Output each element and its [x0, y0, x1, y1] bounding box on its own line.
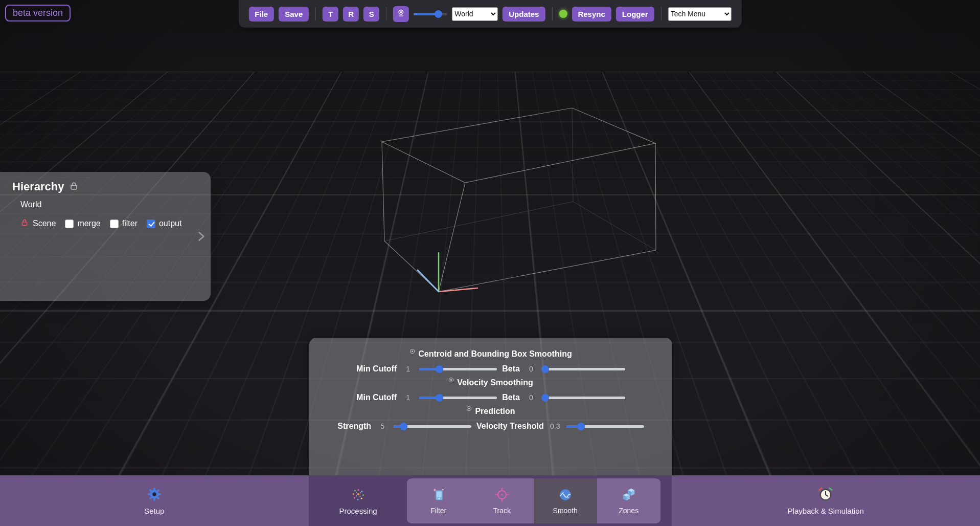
- min-cutoff-slider[interactable]: [419, 394, 497, 402]
- resync-button[interactable]: Resync: [572, 7, 611, 21]
- app-root: beta version File Save T R S World Up: [0, 0, 980, 526]
- save-button[interactable]: Save: [279, 7, 309, 21]
- camera-button[interactable]: [393, 6, 409, 22]
- slider-handle[interactable]: [541, 365, 549, 373]
- gear-icon: [147, 487, 162, 503]
- nav-label-playback: Playback & Simulation: [788, 507, 864, 515]
- nav-item-processing[interactable]: Processing: [332, 475, 384, 526]
- min-cutoff-slider[interactable]: [419, 365, 497, 373]
- toolbar-separator: [315, 7, 316, 20]
- camera-zoom-slider[interactable]: [414, 10, 447, 18]
- beta-slider[interactable]: [542, 365, 625, 373]
- tab-label-filter: Filter: [430, 507, 446, 514]
- slider-value: 1: [402, 365, 414, 373]
- axis-x-red: [439, 288, 477, 292]
- slider-value: 1: [402, 393, 414, 402]
- nav-label-processing: Processing: [339, 507, 377, 515]
- processing-tab-group: Filter Track: [407, 478, 660, 523]
- updates-button[interactable]: Updates: [503, 7, 545, 21]
- slider-handle[interactable]: [435, 10, 442, 18]
- tab-label-zones: Zones: [619, 507, 639, 514]
- section-bullet-icon: [466, 404, 472, 413]
- toolbar-separator: [552, 7, 552, 20]
- slider-label: Min Cutoff: [356, 393, 397, 402]
- bounding-box-hidden-edges: [384, 108, 656, 250]
- beta-slider[interactable]: [542, 394, 625, 402]
- tab-label-smooth: Smooth: [553, 507, 578, 514]
- tree-node-scene[interactable]: Scene: [33, 219, 56, 228]
- merge-checkbox[interactable]: [65, 220, 74, 228]
- slider-value: 5: [376, 422, 389, 430]
- bottom-nav-bar: Setup: [0, 475, 980, 526]
- tech-menu-select[interactable]: Tech Menu: [668, 7, 732, 21]
- section-title: Prediction: [475, 407, 515, 416]
- slider-handle[interactable]: [400, 423, 407, 430]
- slider-handle[interactable]: [436, 365, 443, 373]
- slider-handle[interactable]: [436, 394, 443, 402]
- tab-zones[interactable]: Zones: [597, 478, 660, 523]
- scale-mode-button[interactable]: S: [363, 7, 379, 21]
- rotate-mode-button[interactable]: R: [343, 7, 359, 21]
- scene-lock-icon[interactable]: [20, 218, 29, 229]
- nav-item-setup[interactable]: Setup: [137, 475, 171, 526]
- lock-icon[interactable]: [69, 181, 79, 193]
- tree-node-world[interactable]: World: [20, 200, 211, 209]
- toolbar-separator: [661, 7, 662, 20]
- hierarchy-title: Hierarchy: [12, 180, 64, 193]
- crosshair-icon: [494, 487, 510, 504]
- slider-value: 0: [525, 393, 537, 402]
- slider-handle[interactable]: [541, 394, 549, 402]
- velocity-threshold-slider[interactable]: [566, 423, 644, 430]
- slider-track: [542, 368, 625, 370]
- beta-version-badge: beta version: [5, 5, 71, 21]
- section-bullet-icon: [448, 376, 454, 385]
- tab-label-track: Track: [493, 507, 510, 514]
- axis-z-blue: [418, 270, 439, 292]
- particle-burst-icon: [351, 487, 366, 503]
- section-title: Velocity Smoothing: [457, 378, 533, 387]
- top-toolbar: File Save T R S World Updates Resy: [238, 0, 741, 28]
- hierarchy-panel: Hierarchy World Scene merge: [0, 172, 211, 301]
- output-checkbox-label: output: [159, 219, 181, 228]
- strength-slider[interactable]: [394, 423, 471, 430]
- toolbar-separator: [386, 7, 386, 20]
- processing-strip: Processing Filter: [309, 475, 672, 526]
- section-title: Centroid and Bounding Box Smoothing: [418, 349, 572, 359]
- tab-filter[interactable]: Filter: [407, 478, 470, 523]
- tab-track[interactable]: Track: [470, 478, 534, 523]
- chevron-right-icon[interactable]: [194, 230, 208, 245]
- tab-smooth[interactable]: Smooth: [534, 478, 597, 523]
- world-select[interactable]: World: [452, 7, 498, 21]
- slider-value: 0.3: [549, 422, 561, 430]
- file-button[interactable]: File: [248, 7, 274, 21]
- slider-label: Strength: [337, 422, 371, 431]
- slider-value: 0: [525, 365, 537, 373]
- slider-label: Velocity Treshold: [476, 422, 544, 431]
- output-checkbox[interactable]: [147, 220, 155, 228]
- nav-item-playback[interactable]: Playback & Simulation: [781, 475, 871, 526]
- clock-icon: [818, 487, 833, 503]
- slider-track: [542, 397, 625, 399]
- slider-label: Min Cutoff: [356, 364, 397, 374]
- translate-mode-button[interactable]: T: [323, 7, 338, 21]
- wave-sphere-icon: [558, 487, 573, 504]
- filter-checkbox-label: filter: [122, 219, 138, 228]
- nav-label-setup: Setup: [144, 507, 164, 515]
- smoothing-settings-panel: Centroid and Bounding Box Smoothing Min …: [309, 338, 672, 475]
- webcam-icon: [397, 9, 405, 19]
- merge-checkbox-label: merge: [77, 219, 100, 228]
- bounding-box-edges: [382, 108, 656, 292]
- section-bullet-icon: [409, 347, 415, 356]
- slider-label: Beta: [502, 393, 520, 402]
- logger-button[interactable]: Logger: [616, 7, 654, 21]
- cubes-icon: [621, 487, 636, 504]
- connection-status-icon: [559, 10, 567, 18]
- filter-card-icon: [431, 487, 446, 504]
- slider-handle[interactable]: [577, 423, 585, 430]
- filter-checkbox[interactable]: [110, 220, 119, 228]
- slider-label: Beta: [502, 364, 520, 374]
